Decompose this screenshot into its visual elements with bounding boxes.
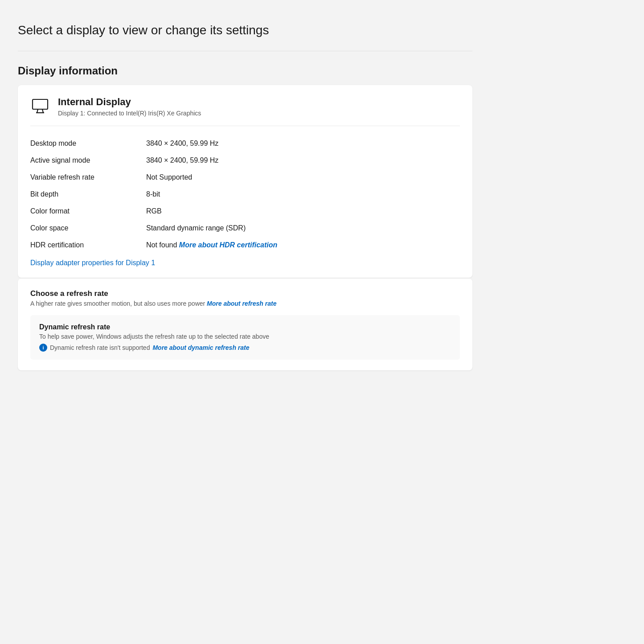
- svg-line-1: [37, 109, 38, 113]
- display-subtitle: Display 1: Connected to Intel(R) Iris(R)…: [58, 110, 201, 117]
- dynamic-refresh-title: Dynamic refresh rate: [39, 323, 451, 331]
- table-row: Color spaceStandard dynamic range (SDR): [30, 220, 460, 237]
- table-row: Color formatRGB: [30, 203, 460, 220]
- refresh-rate-section: Choose a refresh rate A higher rate give…: [18, 279, 472, 370]
- table-row: HDR certificationNot found More about HD…: [30, 237, 460, 254]
- property-label: Color space: [30, 220, 146, 237]
- dynamic-refresh-status: i Dynamic refresh rate isn't supported M…: [39, 344, 451, 352]
- property-value: 3840 × 2400, 59.99 Hz: [146, 135, 460, 152]
- hdr-certification-link[interactable]: More about HDR certification: [179, 241, 277, 249]
- property-value: Standard dynamic range (SDR): [146, 220, 460, 237]
- svg-rect-0: [33, 99, 48, 109]
- property-label: Desktop mode: [30, 135, 146, 152]
- property-value: 8-bit: [146, 186, 460, 203]
- display-header: Internal Display Display 1: Connected to…: [30, 96, 460, 126]
- property-label: Color format: [30, 203, 146, 220]
- property-value: RGB: [146, 203, 460, 220]
- display-info-card: Internal Display Display 1: Connected to…: [18, 85, 472, 278]
- more-refresh-rate-link[interactable]: More about refresh rate: [207, 300, 276, 307]
- refresh-rate-title: Choose a refresh rate: [30, 289, 460, 298]
- status-text: Dynamic refresh rate isn't supported: [50, 344, 150, 351]
- property-value: Not Supported: [146, 169, 460, 186]
- adapter-properties-link[interactable]: Display adapter properties for Display 1: [30, 259, 155, 267]
- table-row: Desktop mode3840 × 2400, 59.99 Hz: [30, 135, 460, 152]
- property-label: HDR certification: [30, 237, 146, 254]
- property-value: 3840 × 2400, 59.99 Hz: [146, 152, 460, 169]
- property-label: Variable refresh rate: [30, 169, 146, 186]
- table-row: Bit depth8-bit: [30, 186, 460, 203]
- page-title: Select a display to view or change its s…: [18, 23, 472, 37]
- dynamic-refresh-card: Dynamic refresh rate To help save power,…: [30, 315, 460, 360]
- property-label: Active signal mode: [30, 152, 146, 169]
- table-row: Variable refresh rateNot Supported: [30, 169, 460, 186]
- refresh-subtitle-text: A higher rate gives smoother motion, but…: [30, 300, 207, 307]
- property-value[interactable]: Not found More about HDR certification: [146, 237, 460, 254]
- display-properties-table: Desktop mode3840 × 2400, 59.99 HzActive …: [30, 135, 460, 254]
- monitor-icon: [30, 96, 50, 116]
- svg-line-2: [42, 109, 43, 113]
- info-icon: i: [39, 344, 47, 352]
- refresh-rate-subtitle: A higher rate gives smoother motion, but…: [30, 300, 460, 307]
- section-heading: Display information: [18, 65, 472, 77]
- more-dynamic-refresh-link[interactable]: More about dynamic refresh rate: [152, 344, 249, 351]
- dynamic-refresh-description: To help save power, Windows adjusts the …: [39, 333, 451, 340]
- property-label: Bit depth: [30, 186, 146, 203]
- display-name: Internal Display: [58, 96, 201, 109]
- table-row: Active signal mode3840 × 2400, 59.99 Hz: [30, 152, 460, 169]
